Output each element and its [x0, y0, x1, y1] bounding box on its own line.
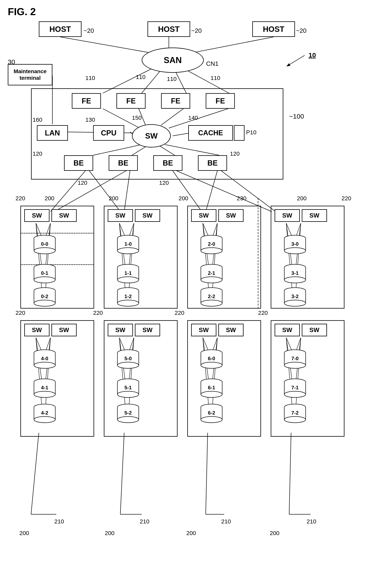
svg-line-0: [60, 37, 159, 54]
ref-20b: ~20: [191, 27, 202, 34]
svg-line-75: [31, 433, 39, 514]
svg-point-89: [34, 248, 55, 254]
ref-110b: 110: [136, 74, 146, 80]
ref-220d: 220: [93, 309, 103, 316]
svg-text:1-2: 1-2: [124, 293, 132, 299]
svg-text:1-1: 1-1: [124, 270, 132, 276]
svg-point-197: [201, 362, 222, 368]
svg-point-95: [34, 277, 55, 283]
sw-center-ellipse: SW: [132, 124, 171, 148]
svg-point-155: [284, 300, 306, 306]
svg-text:5-1: 5-1: [124, 385, 132, 390]
fe1-box: FE: [72, 93, 101, 109]
dg1-sw1: SW: [108, 209, 133, 222]
ref-10: 10: [308, 51, 316, 59]
svg-text:3-0: 3-0: [291, 241, 299, 247]
svg-point-125: [201, 248, 222, 254]
svg-point-185: [117, 391, 139, 397]
svg-text:4-1: 4-1: [41, 385, 48, 390]
dg6-enclosure: [187, 320, 261, 437]
ref-160: 160: [33, 116, 42, 123]
ref-210b: 210: [140, 518, 149, 525]
svg-text:3-1: 3-1: [291, 270, 299, 276]
svg-text:2-1: 2-1: [208, 270, 215, 276]
svg-point-149: [284, 277, 306, 283]
fe3-box: FE: [161, 93, 190, 109]
svg-point-209: [201, 417, 222, 423]
dg5-sw2: SW: [135, 324, 160, 336]
ref-220b: 220: [342, 195, 351, 202]
dg2-disk1: 2-1: [199, 264, 224, 283]
maintenance-box: Maintenance terminal: [8, 64, 52, 85]
ref-200e: 200: [19, 530, 29, 536]
dg6-disk0: 6-0: [199, 349, 224, 369]
be3-box: BE: [153, 155, 182, 171]
dg1-disk1: 1-1: [115, 264, 141, 283]
san-ellipse: SAN: [142, 48, 204, 73]
ref-200f: 200: [105, 530, 114, 536]
svg-text:0-2: 0-2: [41, 293, 48, 299]
dg4-sw1: SW: [24, 324, 49, 336]
ref-200d: 200: [297, 195, 307, 202]
svg-point-191: [117, 417, 139, 423]
ref-110d: 110: [210, 75, 220, 81]
svg-point-227: [284, 417, 306, 423]
dg3-disk1: 3-1: [282, 264, 308, 283]
dg3-disk2: 3-2: [282, 287, 308, 307]
dg7-sw2: SW: [302, 324, 327, 336]
dg5-disk2: 5-2: [115, 404, 141, 423]
dg6-disk1: 6-1: [199, 378, 224, 398]
dg4-sw2: SW: [51, 324, 77, 336]
ref-20c: ~20: [296, 27, 307, 34]
dg4-disk0: 4-0: [32, 349, 57, 369]
cache-port-box: [234, 125, 245, 141]
svg-point-215: [284, 362, 306, 368]
dg4-disk2: 4-2: [32, 404, 57, 423]
ref-210a: 210: [54, 518, 64, 525]
svg-text:4-2: 4-2: [41, 410, 48, 416]
svg-point-173: [34, 417, 55, 423]
dg1-disk2: 1-2: [115, 287, 141, 307]
svg-text:5-2: 5-2: [124, 410, 132, 416]
ref-130: 130: [85, 116, 95, 123]
ref-200c: 200: [179, 195, 188, 202]
host1-box: HOST: [39, 21, 82, 37]
svg-line-2: [184, 37, 274, 54]
svg-line-79: [206, 433, 208, 514]
svg-text:6-0: 6-0: [208, 356, 215, 361]
svg-text:2-0: 2-0: [208, 241, 215, 247]
svg-point-161: [34, 362, 55, 368]
be1-box: BE: [64, 155, 93, 171]
dg7-enclosure: [271, 320, 344, 437]
svg-text:7-2: 7-2: [291, 410, 299, 416]
dg7-sw1: SW: [275, 324, 300, 336]
ref-120a: 120: [33, 150, 42, 157]
svg-text:7-0: 7-0: [291, 356, 299, 361]
dg7-disk1: 7-1: [282, 378, 308, 398]
dg1-sw2: SW: [135, 209, 160, 222]
ref-230: 230: [237, 195, 246, 202]
lan-box: LAN: [37, 125, 68, 141]
dg2-sw2: SW: [218, 209, 244, 222]
svg-line-77: [120, 433, 124, 514]
svg-text:1-0: 1-0: [124, 241, 132, 247]
dg3-sw1: SW: [275, 209, 300, 222]
dg0-disk0: 0-0: [32, 235, 57, 254]
host3-box: HOST: [252, 21, 295, 37]
dg3-sw2: SW: [302, 209, 327, 222]
ref-220e: 220: [175, 309, 184, 316]
dg0-disk1: 0-1: [32, 264, 57, 283]
svg-point-137: [201, 300, 222, 306]
ref-20a: ~20: [84, 27, 94, 34]
ref-140: 140: [188, 114, 198, 121]
dg0-dashed: [20, 233, 94, 265]
dg5-sw1: SW: [108, 324, 133, 336]
svg-point-101: [34, 300, 55, 306]
fe4-box: FE: [206, 93, 235, 109]
host2-box: HOST: [147, 21, 190, 37]
ref-120c: 120: [78, 180, 87, 186]
svg-text:4-0: 4-0: [41, 356, 48, 361]
ref-210c: 210: [221, 518, 231, 525]
svg-point-107: [117, 248, 139, 254]
dg0-sw2: SW: [51, 209, 77, 222]
